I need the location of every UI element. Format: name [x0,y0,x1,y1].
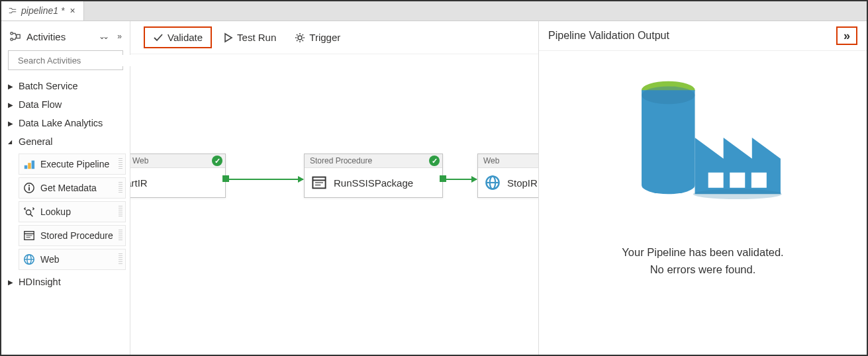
tab-pipeline1[interactable]: pipeline1 * × [1,1,84,21]
btn-label: Validate [168,32,203,43]
group-label: Data Flow [19,99,62,110]
play-outline-icon [222,32,233,43]
status-success-icon [429,156,440,166]
tab-title: pipeline1 * [21,5,64,16]
sidebar-group-batch-service[interactable]: ▶ Batch Service [1,77,130,95]
activity-execute-pipeline[interactable]: Execute Pipeline [19,154,126,175]
close-icon[interactable]: × [68,5,76,16]
svg-rect-6 [28,163,31,169]
factory-success-icon [620,77,786,230]
gear-icon [295,32,305,43]
svg-point-1 [11,38,13,41]
message-line-2: No errors were found. [622,261,783,279]
node-runssispackage[interactable]: Stored Procedure RunSSISPackage [304,154,443,198]
svg-point-0 [11,32,13,35]
item-label: Stored Procedure [40,230,113,241]
sidebar-group-hdinsight[interactable]: ▶ HDInsight [1,273,130,291]
stored-procedure-icon [311,175,327,191]
btn-label: Trigger [309,32,340,43]
test-run-button[interactable]: Test Run [215,28,284,47]
chevron-double-right-icon: » [844,29,850,43]
validate-button[interactable]: Validate [144,26,212,48]
execute-pipeline-icon [23,158,35,170]
svg-rect-7 [32,161,35,169]
caret-down-icon: ◢ [8,139,15,145]
activity-web[interactable]: Web [19,249,126,270]
node-name: StartIR [130,177,148,189]
item-label: Lookup [40,206,71,217]
node-type-label: Web [130,154,225,168]
tab-bar: pipeline1 * × [1,1,867,21]
panel-body: Your Pipeline has been validated. No err… [539,51,867,355]
stored-procedure-icon [23,230,35,242]
activities-sidebar: Activities ⌄⌄ » ▶ Batch Service ▶ Data F… [1,21,130,355]
svg-line-12 [30,214,33,217]
svg-point-9 [28,185,30,186]
svg-rect-41 [708,173,723,188]
sidebar-header: Activities ⌄⌄ » [1,25,130,48]
link-2-3[interactable] [446,179,477,180]
panel-title: Pipeline Validation Output [548,30,669,42]
info-icon [23,182,35,194]
svg-point-40 [642,86,695,104]
svg-rect-2 [17,34,20,38]
canvas-area: Validate Test Run Trigger Web StartIR [130,21,538,355]
activities-icon [9,30,21,42]
lookup-icon [23,206,35,218]
chevron-double-right-icon[interactable]: » [117,32,122,41]
node-type-label: Stored Procedure [305,154,442,168]
activity-stored-procedure[interactable]: Stored Procedure [19,225,126,246]
svg-line-28 [303,34,304,36]
node-stopir[interactable]: Web StopIR [477,154,538,198]
sidebar-group-data-lake-analytics[interactable]: ▶ Data Lake Analytics [1,114,130,132]
node-startir[interactable]: Web StartIR [130,154,226,198]
svg-rect-5 [24,165,28,169]
sidebar-group-data-flow[interactable]: ▶ Data Flow [1,95,130,114]
group-label: Data Lake Analytics [19,118,103,128]
caret-right-icon: ▶ [8,279,15,286]
svg-rect-10 [28,187,30,191]
btn-label: Test Run [237,32,276,43]
link-1-2[interactable] [228,179,303,180]
svg-rect-42 [730,173,745,188]
group-label: Batch Service [19,81,77,91]
search-activities-input[interactable] [8,50,123,70]
caret-right-icon: ▶ [8,101,15,109]
search-field[interactable] [17,55,130,66]
node-name: StopIR [507,177,538,189]
node-name: RunSSISPackage [334,177,413,189]
group-label: General [19,136,53,147]
pipeline-canvas[interactable]: Web StartIR Stored Procedure RunS [130,54,538,355]
drag-grip [119,182,122,194]
sidebar-title: Activities [26,31,66,42]
caret-right-icon: ▶ [8,120,15,127]
item-label: Web [40,254,60,265]
drag-grip [119,158,122,170]
svg-line-26 [303,40,304,41]
web-icon [23,253,35,265]
svg-point-44 [693,189,781,199]
item-label: Execute Pipeline [40,159,109,169]
validation-output-panel: Pipeline Validation Output » Your Pipeli… [538,21,867,355]
group-label: HDInsight [19,277,61,287]
item-label: Get Metadata [40,183,97,193]
web-icon [485,175,501,191]
message-line-1: Your Pipeline has been validated. [622,244,783,261]
sidebar-group-general[interactable]: ◢ General [1,132,130,151]
trigger-button[interactable]: Trigger [287,28,348,47]
validation-message: Your Pipeline has been validated. No err… [622,244,783,278]
general-items: Execute Pipeline Get Metadata Lookup Sto… [1,151,130,273]
activity-get-metadata[interactable]: Get Metadata [19,177,126,199]
svg-line-25 [297,34,298,36]
svg-point-20 [298,36,302,40]
drag-grip [119,230,122,242]
caret-right-icon: ▶ [8,83,15,90]
collapse-panel-button[interactable]: » [836,26,857,45]
chevron-double-down-icon[interactable]: ⌄⌄ [99,32,107,41]
svg-line-27 [297,40,298,41]
svg-rect-43 [751,173,766,188]
activity-lookup[interactable]: Lookup [19,201,126,222]
drag-grip [119,253,122,265]
pipeline-icon [8,6,17,15]
svg-point-11 [26,210,31,214]
